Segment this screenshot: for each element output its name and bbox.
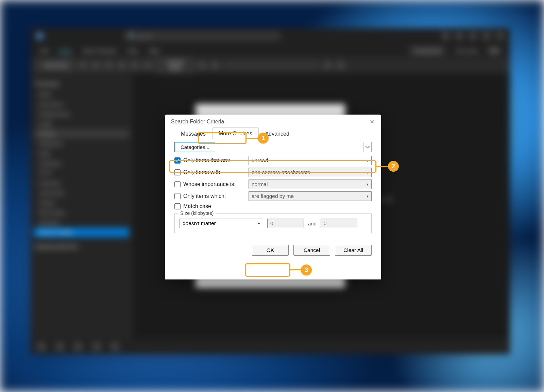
row-importance: Whose importance is: normal ▾: [174, 180, 372, 189]
reply-icon[interactable]: [118, 61, 126, 69]
tab-more-choices[interactable]: More Choices: [212, 127, 259, 139]
sidebar-item[interactable]: AliExpress: [34, 139, 129, 148]
people-icon[interactable]: [74, 342, 82, 351]
chevron-down-icon: ▾: [367, 194, 369, 199]
dropdown-importance[interactable]: normal ▾: [249, 180, 372, 189]
tab-messages[interactable]: Messages: [174, 128, 212, 139]
move-icon[interactable]: [105, 61, 113, 69]
sidebar-item-selected[interactable]: Archive: [34, 129, 129, 138]
outlook-titlebar: 🔍 Search: [31, 28, 510, 44]
dropdown-items-which[interactable]: are flagged by me ▾: [249, 191, 372, 201]
titlebar-search[interactable]: 🔍 Search: [124, 31, 281, 41]
ribbon-send-receive[interactable]: Send / Receive: [82, 48, 117, 54]
window-maximize-icon[interactable]: [483, 32, 490, 40]
todo-icon[interactable]: [92, 342, 101, 351]
row-match-case: Match case: [174, 203, 372, 209]
flag-icon[interactable]: [211, 61, 219, 69]
toolbar: New Email Unread/ Read: [31, 57, 510, 73]
sidebar-item[interactable]: Junk Email: [34, 188, 129, 198]
categorize-icon[interactable]: [198, 61, 206, 69]
dialog-title: Search Folder Criteria: [171, 119, 224, 125]
ok-button[interactable]: OK: [252, 245, 289, 256]
sidebar-item[interactable]: eBay: [34, 149, 129, 158]
address-book-icon[interactable]: [324, 61, 332, 69]
unread-read-button[interactable]: Unread/ Read: [156, 58, 193, 73]
ribbon-help[interactable]: Help: [148, 48, 159, 54]
row-items-that-are: Only items that are: unread ▾: [174, 156, 372, 165]
window-close-icon[interactable]: [496, 32, 504, 40]
label-items-with: Only items with:: [183, 169, 249, 175]
search-people[interactable]: [224, 61, 319, 70]
categories-dropdown-icon[interactable]: [363, 142, 371, 152]
close-button[interactable]: ✕: [369, 119, 375, 125]
label-items-that-are: Only items that are:: [183, 157, 249, 164]
size-from-input: [267, 219, 304, 228]
ribbon-home[interactable]: Home: [58, 48, 72, 54]
reply-all-icon[interactable]: [131, 61, 139, 69]
row-items-which: Only items which: are flagged by me ▾: [174, 191, 372, 201]
sidebar-item[interactable]: Sent Items: [34, 100, 129, 109]
label-match-case: Match case: [183, 203, 211, 209]
notif-icon[interactable]: [442, 32, 449, 40]
ribbon-tabs: File Home Send / Receive View Help Comin…: [31, 44, 510, 57]
sidebar-item[interactable]: Facebook: [34, 159, 129, 168]
chevron-down-icon: ▾: [258, 221, 260, 226]
checkbox-items-which[interactable]: [174, 193, 181, 199]
label-importance: Whose importance is:: [183, 181, 249, 187]
dialog-tabs: Messages More Choices Advanced: [165, 127, 381, 139]
checkbox-items-with[interactable]: [174, 169, 181, 175]
try-it-now[interactable]: Try it now: [456, 48, 477, 54]
chevron-down-icon: ▾: [367, 182, 369, 187]
sidebar-datafile[interactable]: ›Outlook Data File: [34, 244, 129, 250]
coming-soon: Coming Soon: [410, 47, 445, 55]
size-to-input: [321, 219, 357, 228]
dropdown-items-with[interactable]: one or more attachments ▾: [249, 168, 372, 177]
window-minimize-icon[interactable]: [469, 32, 477, 40]
bottom-nav: [31, 339, 510, 354]
sidebar-item[interactable]: Inbox: [34, 90, 129, 99]
categories-button[interactable]: Categories...: [174, 142, 215, 152]
favorites-header[interactable]: ˅Favorites: [34, 81, 129, 87]
cancel-button[interactable]: Cancel: [293, 245, 330, 256]
checkbox-importance[interactable]: [174, 181, 181, 187]
checkbox-match-case[interactable]: [174, 203, 181, 209]
dropdown-items-that-are[interactable]: unread ▾: [249, 156, 372, 165]
more-icon[interactable]: [111, 342, 119, 351]
callout-badge-3: 3: [301, 265, 312, 275]
size-group: Size (kilobytes) doesn't matter ▾ and: [174, 214, 372, 233]
archive-icon[interactable]: [92, 61, 100, 69]
toggle[interactable]: [488, 48, 500, 54]
sidebar-item[interactable]: IFTTT: [34, 169, 129, 178]
ribbon-view[interactable]: View: [127, 48, 138, 54]
new-email-button[interactable]: New Email: [37, 61, 74, 70]
callout-line-2: [376, 166, 389, 167]
sidebar-item[interactable]: Drafts: [34, 119, 129, 129]
folder-sidebar: ˅Favorites Inbox Sent Items Deleted Item…: [31, 73, 133, 339]
checkbox-items-that-are[interactable]: [174, 157, 181, 164]
outlook-app-icon: [37, 33, 43, 39]
ribbon-file[interactable]: File: [40, 48, 48, 54]
chevron-down-icon: ▾: [367, 158, 369, 163]
account-icon[interactable]: [456, 32, 463, 40]
delete-icon[interactable]: [79, 61, 87, 69]
clear-all-button[interactable]: Clear All: [335, 245, 372, 256]
mail-icon[interactable]: [37, 342, 46, 351]
callout-line-3: [290, 269, 302, 270]
sidebar-item[interactable]: Deleted Items: [34, 109, 129, 119]
categories-field[interactable]: [215, 142, 372, 152]
sidebar-item[interactable]: Snoozed: [34, 218, 129, 227]
size-mode-select[interactable]: doesn't matter ▾: [180, 219, 263, 228]
calendar-icon[interactable]: [56, 342, 64, 351]
sidebar-item[interactable]: Important: [34, 178, 129, 188]
filter-icon[interactable]: [337, 61, 345, 69]
search-folder-criteria-dialog: Search Folder Criteria ✕ Messages More C…: [165, 115, 381, 279]
size-legend: Size (kilobytes): [178, 210, 216, 216]
forward-icon[interactable]: [143, 61, 152, 69]
row-items-with: Only items with: one or more attachments…: [174, 168, 372, 177]
callout-line-1: [247, 138, 258, 139]
sidebar-item[interactable]: RSS Feeds: [34, 208, 129, 217]
label-items-which: Only items which:: [183, 193, 249, 199]
sidebar-item[interactable]: Outbox: [34, 198, 129, 207]
callout-badge-1: 1: [258, 133, 269, 143]
sidebar-item-search-folders[interactable]: Search Folders: [34, 228, 129, 237]
